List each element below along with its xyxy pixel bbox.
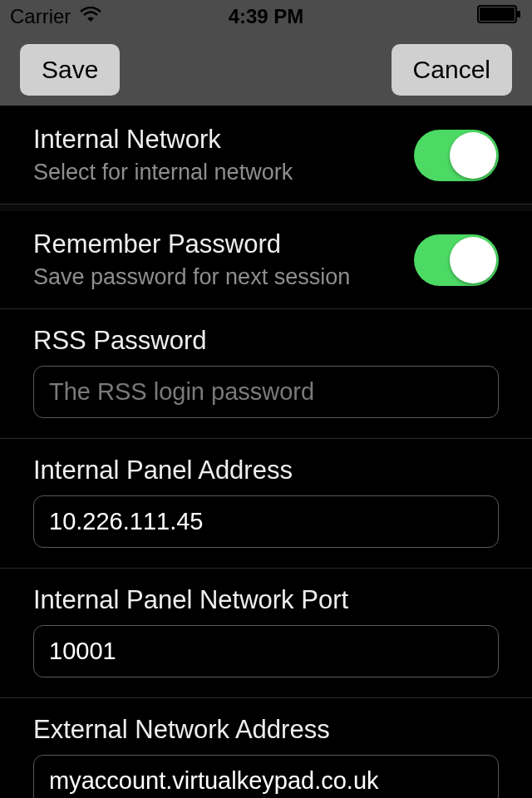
status-right	[477, 5, 522, 28]
rss-password-row: RSS Password	[0, 309, 532, 439]
external-network-address-label: External Network Address	[33, 715, 499, 745]
remember-password-toggle[interactable]	[414, 234, 499, 286]
svg-rect-1	[480, 7, 515, 21]
internal-panel-port-input[interactable]	[33, 625, 499, 677]
external-network-address-input[interactable]	[33, 755, 499, 798]
external-network-address-row: External Network Address	[0, 698, 532, 798]
internal-network-text: Internal Network Select for internal net…	[33, 125, 293, 185]
internal-network-toggle[interactable]	[414, 130, 499, 181]
rss-password-label: RSS Password	[33, 326, 499, 356]
internal-panel-port-label: Internal Panel Network Port	[33, 585, 499, 615]
remember-password-subtitle: Save password for next session	[33, 264, 350, 290]
rss-password-input[interactable]	[33, 366, 499, 418]
internal-network-row: Internal Network Select for internal net…	[0, 106, 532, 204]
internal-panel-address-row: Internal Panel Address	[0, 439, 532, 569]
remember-password-row: Remember Password Save password for next…	[0, 211, 532, 309]
wifi-icon	[79, 5, 102, 28]
status-bar: Carrier 4:39 PM	[0, 0, 532, 33]
internal-panel-address-input[interactable]	[33, 495, 499, 548]
status-time: 4:39 PM	[229, 5, 304, 28]
internal-network-title: Internal Network	[33, 125, 293, 155]
svg-rect-2	[517, 11, 520, 17]
nav-bar: Save Cancel	[0, 33, 532, 106]
cancel-button[interactable]: Cancel	[392, 44, 512, 96]
remember-password-text: Remember Password Save password for next…	[33, 229, 350, 290]
internal-panel-address-label: Internal Panel Address	[33, 456, 499, 485]
carrier-label: Carrier	[10, 5, 71, 28]
battery-icon	[477, 5, 522, 28]
toggle-knob	[450, 237, 496, 283]
save-button[interactable]: Save	[20, 44, 120, 96]
internal-panel-port-row: Internal Panel Network Port	[0, 569, 532, 698]
remember-password-title: Remember Password	[33, 229, 350, 259]
status-left: Carrier	[10, 5, 102, 28]
row-separator	[0, 204, 532, 211]
settings-list: Internal Network Select for internal net…	[0, 106, 532, 798]
internal-network-subtitle: Select for internal network	[33, 160, 293, 185]
toggle-knob	[450, 132, 496, 179]
